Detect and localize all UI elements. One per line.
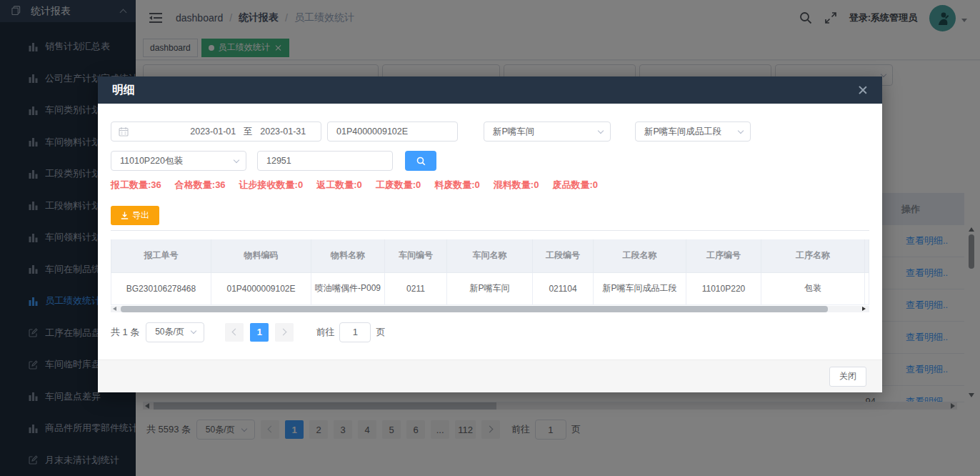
app-screen: 统计报表 销售计划汇总表 公司生产计划完成统计 车间类别计划 车间物料计划 [0,0,980,476]
search-icon [416,157,426,166]
col-material-code: 物料编码 [211,239,311,272]
modal-pagination: 共 1 条 50条/页 1 前往 页 [111,322,869,342]
prev-page-button[interactable] [225,323,244,342]
page-button-1[interactable]: 1 [250,323,269,342]
cell-section-no: 021104 [533,272,594,304]
col-section-no: 工段编号 [533,239,594,272]
modal-body: 2023-01-01 至 2023-01-31 新P嘴车间 新P嘴车间成品工段 … [98,104,882,342]
chevron-down-icon [738,127,744,133]
cell-process-name: 包装 [761,272,865,304]
cell-workshop-no: 0211 [385,272,447,304]
detail-table: 报工单号 物料编码 物料名称 车间编号 车间名称 工段编号 工段名称 工序编号 … [111,239,869,305]
cell-process-no: 11010P220 [686,272,761,304]
section-select[interactable]: 新P嘴车间成品工段 [635,122,751,142]
page-size-select[interactable]: 50条/页 [146,322,204,342]
section-value: 新P嘴车间成品工段 [644,126,721,138]
scroll-right-icon[interactable] [862,307,866,311]
search-button[interactable] [405,151,436,171]
stat-process-scrap-qty: 工废数量:0 [376,179,421,192]
stat-reported-qty: 报工数量:36 [111,179,161,192]
stat-qualified-qty: 合格数量:36 [175,179,226,192]
date-end-value: 2023-01-31 [253,127,314,137]
page-size-value: 50条/页 [155,326,184,338]
scroll-left-icon[interactable] [113,307,116,311]
cell-section-name: 新P嘴车间成品工段 [594,272,686,304]
col-process-name: 工序名称 [761,239,865,272]
goto-page-input[interactable] [339,322,371,342]
stat-rework-qty: 返工数量:0 [316,179,362,192]
scrollbar-thumb[interactable] [121,306,828,312]
col-workshop-name: 车间名称 [447,239,533,272]
filter-row-1: 2023-01-01 至 2023-01-31 新P嘴车间 新P嘴车间成品工段 [111,122,869,142]
date-start-value: 2023-01-01 [183,127,244,137]
summary-stats: 报工数量:36 合格数量:36 让步接收数量:0 返工数量:0 工废数量:0 料… [111,179,869,192]
process-select[interactable]: 11010P220包装 [111,151,246,171]
col-process-no: 工序编号 [686,239,761,272]
cell-material-name: 喷油嘴偶件-P009 [311,272,385,304]
employee-no-input[interactable] [257,151,393,171]
detail-modal: 明细 2023-01-01 至 2023-01-31 新P嘴车间 [98,76,882,392]
workshop-value: 新P嘴车间 [493,126,534,138]
export-button[interactable]: 导出 [111,206,159,225]
divider [111,230,869,231]
page-unit-label: 页 [376,326,385,339]
chevron-down-icon [234,157,239,162]
col-section-name: 工段名称 [594,239,686,272]
stat-mixed-material-qty: 混料数量:0 [494,179,539,192]
stat-material-scrap-qty: 料废数量:0 [434,179,480,192]
chevron-down-icon [191,328,196,334]
col-report-no: 报工单号 [111,239,211,272]
goto-label: 前往 [316,326,334,339]
cell-filler [865,272,869,304]
modal-horizontal-scrollbar[interactable] [111,306,869,312]
modal-title: 明细 [112,83,135,98]
goto-page: 前往 页 [316,322,385,342]
cell-material-code: 01P4000009102E [211,272,311,304]
table-header-row: 报工单号 物料编码 物料名称 车间编号 车间名称 工段编号 工段名称 工序编号 … [111,239,869,272]
cell-workshop-name: 新P嘴车间 [447,272,533,304]
filter-row-2: 11010P220包装 [111,151,869,171]
close-button[interactable]: 关闭 [829,367,866,387]
date-separator-label: 至 [244,126,253,138]
table-row[interactable]: BG230106278468 01P4000009102E 喷油嘴偶件-P009… [111,272,869,304]
next-page-button[interactable] [275,323,294,342]
process-value: 11010P220包装 [120,155,183,167]
modal-header: 明细 [98,76,882,104]
material-code-input[interactable] [327,122,458,142]
export-label: 导出 [132,209,149,222]
date-range-picker[interactable]: 2023-01-01 至 2023-01-31 [111,122,321,142]
col-material-name: 物料名称 [311,239,385,272]
calendar-icon [119,127,180,137]
stat-waste-qty: 废品数量:0 [552,179,598,192]
total-count-label: 共 1 条 [111,326,139,339]
col-filler [865,239,869,272]
download-icon [121,212,129,219]
chevron-down-icon [598,127,604,133]
close-icon[interactable] [858,85,868,95]
stat-concession-qty: 让步接收数量:0 [239,179,304,192]
modal-footer: 关闭 [98,360,882,392]
col-workshop-no: 车间编号 [385,239,447,272]
workshop-select[interactable]: 新P嘴车间 [484,122,611,142]
cell-report-no: BG230106278468 [111,272,211,304]
